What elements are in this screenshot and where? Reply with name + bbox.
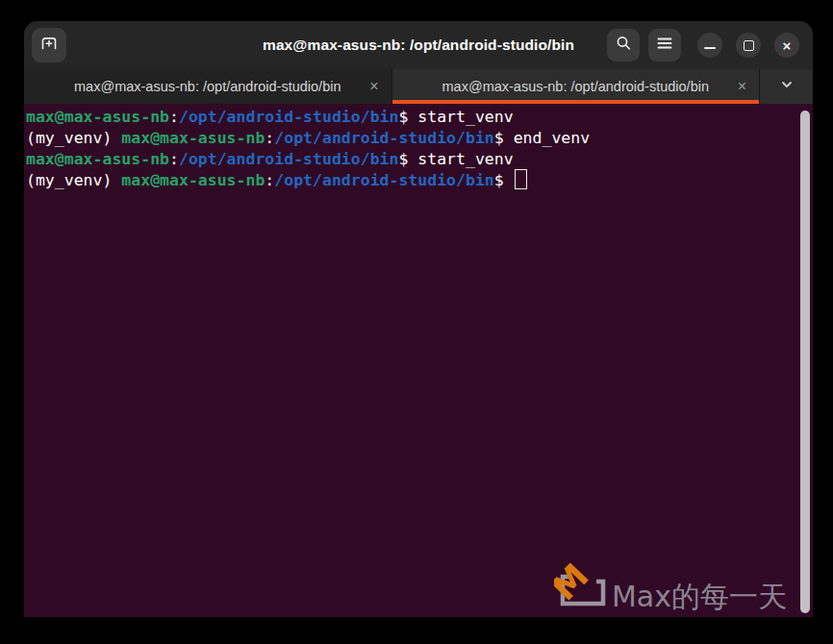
terminal-screen[interactable]: max@max-asus-nb:/opt/android-studio/bin$…	[24, 104, 813, 617]
prompt-colon: :	[169, 108, 179, 126]
hamburger-icon	[656, 35, 673, 56]
venv-prefix: (my_venv)	[26, 171, 121, 189]
terminal-line: (my_venv) max@max-asus-nb:/opt/android-s…	[26, 128, 813, 149]
tab-bar: max@max-asus-nb: /opt/android-studio/bin…	[24, 69, 813, 104]
prompt-path: /opt/android-studio/bin	[179, 150, 398, 168]
watermark-text: Max的每一天	[612, 578, 787, 615]
close-button[interactable]: ×	[774, 33, 799, 58]
maximize-button[interactable]	[736, 33, 761, 58]
prompt-path: /opt/android-studio/bin	[274, 171, 493, 189]
prompt-user-host: max@max-asus-nb	[26, 150, 169, 168]
prompt-dollar: $	[398, 150, 417, 168]
watermark-logo-letter: M	[554, 556, 596, 607]
tab-2-close-icon[interactable]: ×	[738, 79, 746, 94]
command-text: start_venv	[417, 108, 513, 126]
terminal-line-current: (my_venv) max@max-asus-nb:/opt/android-s…	[26, 170, 813, 191]
terminal-line: max@max-asus-nb:/opt/android-studio/bin$…	[26, 149, 813, 170]
search-button[interactable]	[607, 29, 640, 62]
minimize-button[interactable]	[697, 33, 722, 58]
maximize-icon	[744, 40, 754, 51]
prompt-dollar: $	[398, 108, 417, 126]
prompt-path: /opt/android-studio/bin	[179, 108, 398, 126]
watermark-logo-icon: M	[554, 556, 610, 615]
prompt-user-host: max@max-asus-nb	[26, 108, 169, 126]
close-icon: ×	[783, 37, 792, 52]
terminal-line: max@max-asus-nb:/opt/android-studio/bin$…	[26, 107, 813, 128]
new-tab-icon	[39, 34, 59, 57]
prompt-dollar: $	[494, 171, 514, 189]
window-title: max@max-asus-nb: /opt/android-studio/bin	[263, 37, 574, 54]
prompt-colon: :	[169, 150, 179, 168]
headerbar: max@max-asus-nb: /opt/android-studio/bin	[24, 21, 813, 69]
tab-2-active[interactable]: max@max-asus-nb: /opt/android-studio/bin…	[392, 69, 761, 104]
prompt-colon: :	[265, 171, 274, 189]
venv-prefix: (my_venv)	[26, 129, 121, 147]
tab-1-close-icon[interactable]: ×	[369, 79, 378, 94]
prompt-user-host: max@max-asus-nb	[121, 171, 265, 189]
prompt-user-host: max@max-asus-nb	[121, 129, 265, 147]
headerbar-controls: ×	[607, 29, 799, 62]
minimize-icon	[704, 47, 716, 49]
scrollbar-thumb[interactable]	[800, 111, 810, 613]
prompt-dollar: $	[494, 129, 514, 147]
new-tab-button[interactable]	[32, 28, 66, 62]
command-text: end_venv	[514, 129, 590, 147]
terminal-window: max@max-asus-nb: /opt/android-studio/bin	[24, 21, 813, 617]
watermark: M Max的每一天	[554, 556, 787, 615]
tab-list-button[interactable]	[760, 69, 813, 104]
tab-1-label: max@max-asus-nb: /opt/android-studio/bin	[74, 79, 341, 94]
chevron-down-icon	[778, 76, 795, 97]
prompt-path: /opt/android-studio/bin	[274, 129, 493, 147]
search-icon	[615, 35, 632, 56]
tab-2-label: max@max-asus-nb: /opt/android-studio/bin	[442, 79, 709, 94]
menu-button[interactable]	[648, 29, 681, 62]
terminal-cursor	[515, 169, 527, 189]
prompt-colon: :	[265, 129, 274, 147]
command-text: start_venv	[417, 150, 513, 168]
tab-1[interactable]: max@max-asus-nb: /opt/android-studio/bin…	[24, 69, 392, 104]
